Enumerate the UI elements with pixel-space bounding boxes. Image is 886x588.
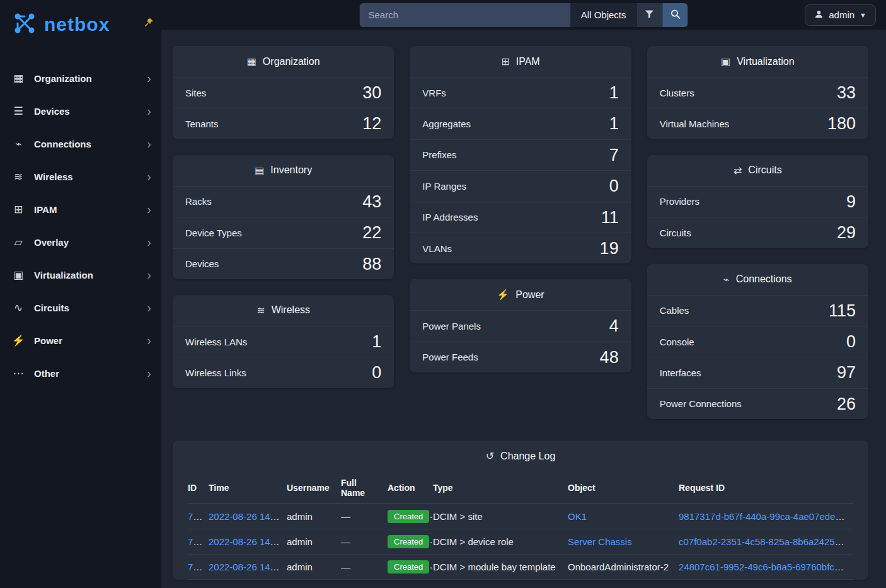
card-ipam: ⊞ IPAM VRFs 1 Aggregates 1 Prefixes 7 IP… bbox=[410, 46, 631, 263]
changelog-id-link[interactable]: 753 bbox=[188, 562, 204, 572]
stat-row[interactable]: Power Panels 4 bbox=[410, 310, 631, 341]
wireless-icon: ≋ bbox=[11, 170, 25, 183]
stat-row[interactable]: VRFs 1 bbox=[410, 77, 631, 108]
sidebar-item-ipam[interactable]: ⊞ IPAM › bbox=[0, 193, 161, 226]
sidebar-item-label: Other bbox=[34, 368, 59, 379]
stat-row[interactable]: Tenants 12 bbox=[173, 108, 394, 139]
dashboard-grid: ▦ Organization Sites 30 Tenants 12 ▤ Inv… bbox=[173, 46, 868, 435]
search-submit-button[interactable] bbox=[662, 3, 688, 27]
card-title: Virtualization bbox=[737, 56, 794, 67]
stat-row[interactable]: Power Connections 26 bbox=[647, 388, 868, 419]
stat-label: IP Ranges bbox=[422, 181, 466, 192]
column-header-action: Action bbox=[388, 473, 433, 504]
changelog-table: IDTimeUsernameFull NameActionTypeObjectR… bbox=[188, 473, 853, 580]
filter-icon bbox=[645, 9, 655, 21]
sidebar-item-circuits[interactable]: ∿ Circuits › bbox=[0, 291, 161, 324]
stat-row[interactable]: Aggregates 1 bbox=[410, 108, 631, 139]
column-header-type: Type bbox=[433, 473, 568, 504]
stat-row[interactable]: Devices 88 bbox=[173, 248, 394, 279]
stat-label: Wireless Links bbox=[185, 367, 246, 378]
overlay-icon: ▱ bbox=[11, 236, 25, 249]
stat-row[interactable]: Sites 30 bbox=[173, 77, 394, 108]
stat-label: Aggregates bbox=[422, 118, 471, 129]
search-input[interactable] bbox=[360, 3, 571, 27]
changelog-time-link[interactable]: 2022-08-26 14:22 bbox=[209, 511, 283, 522]
changelog-card: ↺ Change Log IDTimeUsernameFull NameActi… bbox=[173, 441, 868, 580]
column-header-username: Username bbox=[287, 473, 341, 504]
stat-row[interactable]: IP Addresses 11 bbox=[410, 202, 631, 233]
card-power: ⚡ Power Power Panels 4 Power Feeds 48 bbox=[410, 279, 631, 372]
card-column: ▦ Organization Sites 30 Tenants 12 ▤ Inv… bbox=[173, 46, 394, 435]
changelog-time-link[interactable]: 2022-08-26 14:17 bbox=[209, 536, 283, 547]
stat-row[interactable]: Virtual Machines 180 bbox=[647, 108, 868, 139]
sidebar-item-wireless[interactable]: ≋ Wireless › bbox=[0, 160, 161, 193]
table-header-row: IDTimeUsernameFull NameActionTypeObjectR… bbox=[188, 473, 853, 504]
sidebar-item-connections[interactable]: ⌁ Connections › bbox=[0, 127, 161, 160]
inventory-icon: ▤ bbox=[255, 164, 264, 176]
card-title: IPAM bbox=[516, 56, 540, 67]
object-type-selector[interactable]: All Objects bbox=[571, 3, 636, 27]
sidebar-item-devices[interactable]: ☰ Devices › bbox=[0, 95, 161, 127]
changelog-request-link[interactable]: 24807c61-9952-49c6-b8a5-69760bfcc4b3 bbox=[679, 562, 853, 572]
changelog-object-link[interactable]: Server Chassis bbox=[568, 536, 632, 547]
stat-row[interactable]: Wireless LANs 1 bbox=[173, 326, 394, 357]
card-circuits: ⇄ Circuits Providers 9 Circuits 29 bbox=[647, 155, 868, 248]
sidebar-item-other[interactable]: ⋯ Other › bbox=[0, 357, 161, 389]
changelog-id-link[interactable]: 754 bbox=[188, 536, 204, 547]
stat-row[interactable]: Console 0 bbox=[647, 326, 868, 357]
sidebar-pin-icon[interactable] bbox=[144, 18, 154, 30]
cable-icon: ⌁ bbox=[723, 274, 730, 285]
changelog-action-cell: Created bbox=[388, 529, 433, 555]
stat-row[interactable]: IP Ranges 0 bbox=[410, 170, 631, 201]
chevron-right-icon: › bbox=[147, 367, 151, 379]
changelog-header: ↺ Change Log bbox=[173, 441, 868, 471]
stat-value: 88 bbox=[362, 254, 381, 274]
stat-row[interactable]: Device Types 22 bbox=[173, 217, 394, 248]
stat-row[interactable]: Prefixes 7 bbox=[410, 139, 631, 170]
changelog-action-cell: Created bbox=[388, 504, 433, 529]
card-virtualization: ▣ Virtualization Clusters 33 Virtual Mac… bbox=[647, 46, 868, 139]
changelog-type-cell: DCIM > site bbox=[433, 504, 568, 529]
chevron-right-icon: › bbox=[147, 170, 151, 183]
stat-value: 43 bbox=[362, 192, 381, 212]
stat-row[interactable]: Power Feeds 48 bbox=[410, 342, 631, 372]
card-title: Wireless bbox=[272, 304, 310, 316]
stat-row[interactable]: Circuits 29 bbox=[647, 217, 868, 248]
changelog-request-link[interactable]: c07f0ab2-2351-4c58-825a-8b6a2425a1ab bbox=[679, 536, 853, 547]
stat-value: 19 bbox=[600, 238, 619, 258]
changelog-fullname-cell: — bbox=[341, 529, 388, 555]
column-header-request-id: Request ID bbox=[679, 473, 853, 504]
changelog-object-cell: OnboardAdministrator-2 bbox=[568, 555, 679, 580]
stat-row[interactable]: Interfaces 97 bbox=[647, 357, 868, 388]
stat-value: 9 bbox=[846, 192, 856, 212]
stat-row[interactable]: Clusters 33 bbox=[647, 77, 868, 108]
stat-row[interactable]: Providers 9 bbox=[647, 186, 868, 217]
stat-label: Wireless LANs bbox=[185, 337, 247, 347]
sidebar-item-overlay[interactable]: ▱ Overlay › bbox=[0, 226, 161, 258]
user-menu-button[interactable]: admin ▼ bbox=[805, 4, 876, 26]
stat-label: Power Connections bbox=[660, 398, 742, 409]
sidebar-item-organization[interactable]: ▦ Organization › bbox=[0, 62, 161, 95]
sidebar-item-label: Virtualization bbox=[34, 270, 93, 280]
stat-row[interactable]: Racks 43 bbox=[173, 186, 394, 217]
changelog-request-cell: 9817317d-b67f-440a-99ca-4ae07ede94df bbox=[679, 504, 853, 529]
stat-row[interactable]: Wireless Links 0 bbox=[173, 357, 394, 388]
netbox-logo-icon bbox=[11, 10, 38, 39]
ipam-icon: ⊞ bbox=[11, 203, 25, 216]
sidebar-item-power[interactable]: ⚡ Power › bbox=[0, 324, 161, 357]
brand[interactable]: netbox bbox=[0, 0, 161, 50]
changelog-title: Change Log bbox=[500, 451, 555, 462]
dashboard-content: ▦ Organization Sites 30 Tenants 12 ▤ Inv… bbox=[161, 30, 886, 588]
lightning-icon: ⚡ bbox=[497, 289, 509, 301]
stat-row[interactable]: Cables 115 bbox=[647, 295, 868, 326]
sidebar-item-virtualization[interactable]: ▣ Virtualization › bbox=[0, 258, 161, 291]
changelog-object-link[interactable]: OK1 bbox=[568, 511, 587, 522]
changelog-id-link[interactable]: 755 bbox=[188, 511, 204, 522]
card-title: Circuits bbox=[748, 164, 781, 176]
stat-row[interactable]: VLANs 19 bbox=[410, 233, 631, 263]
changelog-time-link[interactable]: 2022-08-26 14:15 bbox=[209, 562, 283, 572]
changelog-request-link[interactable]: 9817317d-b67f-440a-99ca-4ae07ede94df bbox=[679, 511, 853, 522]
column-header-full-name: Full Name bbox=[341, 473, 388, 504]
sidebar-item-label: Overlay bbox=[34, 237, 69, 248]
filter-button[interactable] bbox=[636, 3, 662, 27]
